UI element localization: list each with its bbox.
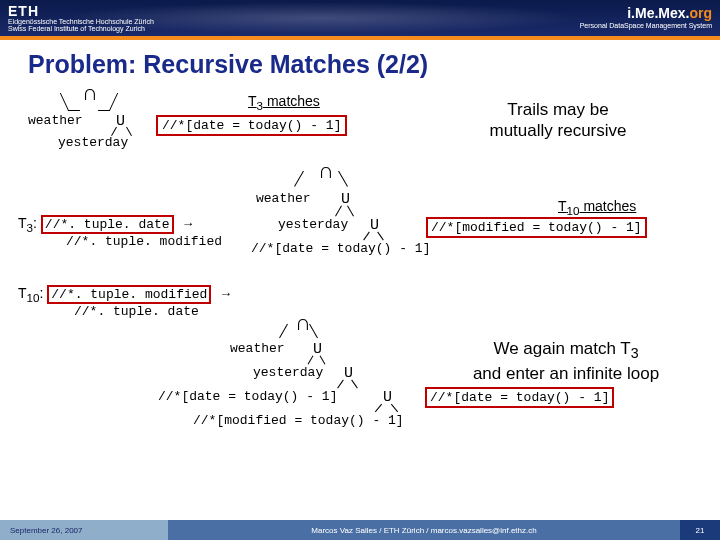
t10-rule: T10: //*. tuple. modified → //*. tuple. …	[18, 285, 232, 319]
content-area: ∩ weather U yesterday T3 matches //*[dat…	[28, 85, 692, 485]
footer-date: September 26, 2007	[0, 520, 168, 540]
tree3-date2-expr: //*[date = today() - 1]	[430, 390, 609, 405]
header-bar: ETH Eidgenössische Technische Hochschule…	[0, 0, 720, 36]
tree2-weather: weather	[256, 191, 311, 206]
footer-center: Marcos Vaz Salles / ETH Zürich / marcos.…	[168, 520, 680, 540]
t3-match-box: //*[date = today() - 1]	[156, 115, 347, 136]
tree2-date-expr: //*[date = today() - 1]	[251, 241, 430, 256]
eth-logo: ETH Eidgenössische Technische Hochschule…	[8, 4, 154, 32]
t3-rule: T3: //*. tuple. date → //*. tuple. modif…	[18, 215, 222, 249]
union-symbol: U	[116, 113, 125, 130]
cap-symbol-3: ∩	[295, 310, 311, 335]
tree2-yesterday: yesterday	[278, 217, 348, 232]
page-title: Problem: Recursive Matches (2/2)	[28, 50, 692, 79]
tree1-weather: weather	[28, 113, 83, 128]
cap-symbol: ∩	[82, 80, 98, 105]
tree3-date-expr: //*[date = today() - 1]	[158, 389, 337, 404]
footer: September 26, 2007 Marcos Vaz Salles / E…	[0, 520, 720, 540]
annotation-infinite-loop: We again match T3 and enter an infinite …	[436, 338, 696, 384]
imemex-subtitle: Personal DataSpace Management System	[580, 22, 712, 29]
footer-page: 21	[680, 520, 720, 540]
slide-body: Problem: Recursive Matches (2/2) ∩ weath…	[0, 40, 720, 500]
eth-logo-text: ETH	[8, 4, 154, 18]
t3-matches-label: T3 matches	[248, 93, 320, 112]
imemex-text: i.Me.Mex.	[627, 5, 689, 21]
t3-match-expr: //*[date = today() - 1]	[162, 118, 341, 133]
cap-symbol-2: ∩	[318, 158, 334, 183]
tree3-weather: weather	[230, 341, 285, 356]
tree3-mod-expr: //*[modified = today() - 1]	[193, 413, 404, 428]
t10-match-expr: //*[modified = today() - 1]	[431, 220, 642, 235]
imemex-org: org	[689, 5, 712, 21]
t10-matches-label: T10 matches	[558, 198, 636, 217]
imemex-logo: i.Me.Mex.org Personal DataSpace Manageme…	[580, 6, 712, 29]
eth-subtitle-2: Swiss Federal Institute of Technology Zu…	[8, 25, 154, 32]
annotation-recursive: Trails may bemutually recursive	[433, 99, 683, 142]
tree3-yesterday: yesterday	[253, 365, 323, 380]
tree1-yesterday: yesterday	[58, 135, 128, 150]
t10-match-box: //*[modified = today() - 1]	[426, 217, 647, 238]
tree3-date2-box: //*[date = today() - 1]	[425, 387, 614, 408]
eth-subtitle-1: Eidgenössische Technische Hochschule Zür…	[8, 18, 154, 25]
